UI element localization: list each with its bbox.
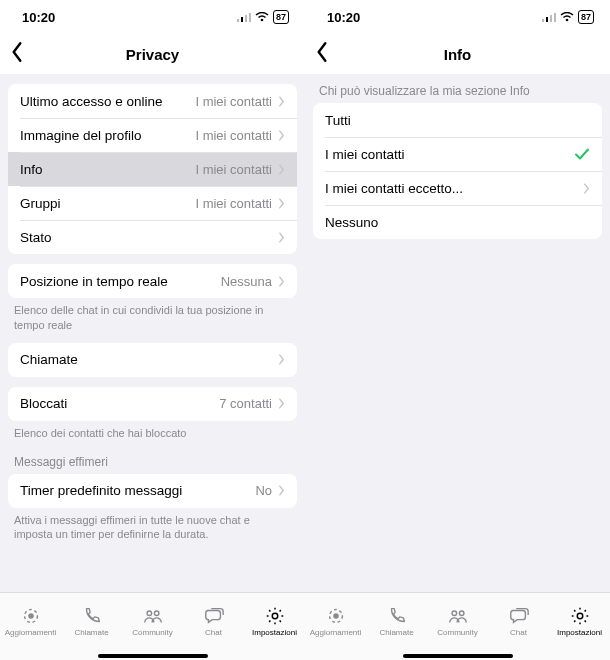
info-scroll[interactable]: Chi può visualizzare la mia sezione Info…: [305, 74, 610, 592]
row-value-text: I miei contatti: [195, 196, 272, 211]
home-indicator[interactable]: [305, 648, 610, 660]
wifi-icon: [255, 10, 269, 25]
svg-rect-1: [241, 17, 243, 22]
tab-label: Chat: [510, 628, 527, 637]
ephemeral-header: Messaggi effimeri: [0, 441, 305, 474]
settings-row[interactable]: Ultimo accesso e onlineI miei contatti: [8, 84, 297, 118]
info-options-group: TuttiI miei contattiI miei contatti ecce…: [313, 103, 602, 239]
chevron-right-icon: [278, 96, 285, 107]
tab-label: Impostazioni: [252, 628, 297, 637]
tab-label: Community: [437, 628, 477, 637]
svg-point-7: [147, 610, 152, 615]
settings-group: Bloccati7 contatti: [8, 387, 297, 421]
chevron-right-icon: [278, 485, 285, 496]
svg-point-9: [272, 613, 278, 619]
row-value: 7 contatti: [219, 396, 285, 411]
tab-label: Community: [132, 628, 172, 637]
info-option-row[interactable]: Nessuno: [313, 205, 602, 239]
back-button[interactable]: [10, 41, 24, 67]
tab-community[interactable]: Community: [122, 593, 183, 648]
tab-label: Impostazioni: [557, 628, 602, 637]
row-value-text: 7 contatti: [219, 396, 272, 411]
chevron-right-icon: [278, 198, 285, 209]
svg-rect-10: [542, 19, 544, 22]
settings-row[interactable]: Bloccati7 contatti: [8, 387, 297, 421]
settings-row[interactable]: Chiamate: [8, 343, 297, 377]
tab-updates[interactable]: Aggiornamenti: [0, 593, 61, 648]
row-value-text: Nessuna: [221, 274, 272, 289]
row-label: Immagine del profilo: [20, 128, 142, 143]
tab-updates[interactable]: Aggiornamenti: [305, 593, 366, 648]
checkmark-icon: [574, 146, 590, 162]
signal-icon: [237, 10, 251, 25]
group-note: Elenco dei contatti che hai bloccato: [0, 421, 305, 441]
settings-row[interactable]: Posizione in tempo realeNessuna: [8, 264, 297, 298]
tab-calls[interactable]: Chiamate: [61, 593, 122, 648]
status-right: 87: [542, 10, 594, 25]
settings-group: Ultimo accesso e onlineI miei contattiIm…: [8, 84, 297, 254]
svg-point-8: [154, 610, 159, 615]
tab-settings[interactable]: Impostazioni: [549, 593, 610, 648]
row-value: [583, 183, 590, 194]
updates-icon: [325, 605, 347, 627]
row-label: I miei contatti: [325, 147, 405, 162]
settings-row[interactable]: Timer predefinito messaggiNo: [8, 474, 297, 508]
tab-label: Aggiornamenti: [310, 628, 362, 637]
status-time: 10:20: [327, 10, 360, 25]
group-note: Elenco delle chat in cui condividi la tu…: [0, 298, 305, 333]
back-button[interactable]: [315, 41, 329, 67]
chevron-right-icon: [278, 232, 285, 243]
svg-rect-13: [554, 13, 556, 22]
battery-indicator: 87: [578, 10, 594, 24]
info-option-row[interactable]: I miei contatti eccetto...: [313, 171, 602, 205]
row-label: I miei contatti eccetto...: [325, 181, 463, 196]
status-time: 10:20: [22, 10, 55, 25]
community-icon: [447, 605, 469, 627]
settings-icon: [569, 605, 591, 627]
settings-row[interactable]: Immagine del profiloI miei contatti: [8, 118, 297, 152]
row-value: I miei contatti: [195, 94, 285, 109]
row-value: I miei contatti: [195, 162, 285, 177]
calls-icon: [386, 605, 408, 627]
page-title: Privacy: [126, 46, 179, 63]
settings-row[interactable]: GruppiI miei contatti: [8, 186, 297, 220]
status-right: 87: [237, 10, 289, 25]
svg-point-6: [28, 613, 34, 619]
row-label: Tutti: [325, 113, 351, 128]
privacy-scroll[interactable]: Ultimo accesso e onlineI miei contattiIm…: [0, 74, 305, 592]
signal-icon: [542, 10, 556, 25]
phone-right: 10:20 87 Info Chi può visualizzare la mi…: [305, 0, 610, 660]
svg-point-4: [261, 18, 264, 21]
row-value: [278, 232, 285, 243]
tab-calls[interactable]: Chiamate: [366, 593, 427, 648]
tab-chat[interactable]: Chat: [488, 593, 549, 648]
status-bar: 10:20 87: [305, 0, 610, 34]
row-value-text: I miei contatti: [195, 162, 272, 177]
svg-rect-2: [245, 15, 247, 22]
calls-icon: [81, 605, 103, 627]
row-value: I miei contatti: [195, 128, 285, 143]
chevron-right-icon: [278, 354, 285, 365]
tab-settings[interactable]: Impostazioni: [244, 593, 305, 648]
battery-indicator: 87: [273, 10, 289, 24]
row-label: Info: [20, 162, 43, 177]
row-value-text: I miei contatti: [195, 94, 272, 109]
settings-row[interactable]: Stato: [8, 220, 297, 254]
home-indicator[interactable]: [0, 648, 305, 660]
svg-rect-11: [546, 17, 548, 22]
row-value-text: No: [255, 483, 272, 498]
settings-row[interactable]: InfoI miei contatti: [8, 152, 297, 186]
chevron-right-icon: [278, 164, 285, 175]
info-option-row[interactable]: Tutti: [313, 103, 602, 137]
chat-icon: [508, 605, 530, 627]
chevron-right-icon: [278, 276, 285, 287]
info-option-row[interactable]: I miei contatti: [313, 137, 602, 171]
settings-icon: [264, 605, 286, 627]
row-label: Posizione in tempo reale: [20, 274, 168, 289]
tab-community[interactable]: Community: [427, 593, 488, 648]
row-label: Bloccati: [20, 396, 67, 411]
tab-chat[interactable]: Chat: [183, 593, 244, 648]
tab-label: Chiamate: [74, 628, 108, 637]
tab-bar: AggiornamentiChiamateCommunityChatImpost…: [0, 592, 305, 648]
svg-point-14: [566, 18, 569, 21]
